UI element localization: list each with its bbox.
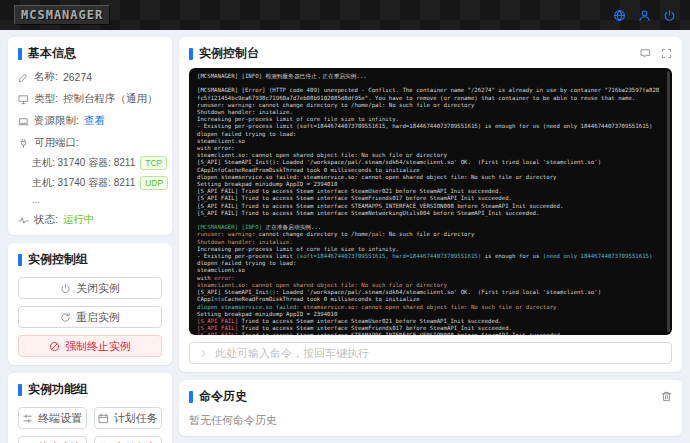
sliders-icon bbox=[22, 413, 33, 424]
control-group-title: 实例控制组 bbox=[18, 251, 162, 268]
port-row: 主机: 31740 容器: 8211UDP bbox=[32, 176, 162, 190]
console-header-icons bbox=[640, 48, 672, 59]
command-input[interactable] bbox=[215, 347, 663, 359]
trash-icon[interactable] bbox=[661, 391, 672, 402]
command-input-wrapper[interactable] bbox=[189, 342, 672, 364]
console-line: steamclient.so bbox=[197, 138, 662, 145]
app-logo: MCSMANAGER bbox=[14, 5, 110, 25]
button-label: 终端设置 bbox=[38, 411, 82, 426]
globe-icon[interactable] bbox=[613, 9, 626, 22]
laptop-icon bbox=[18, 116, 29, 127]
console-line: Shutdown handler: initalize. bbox=[197, 239, 662, 246]
console-line: [S_API FAIL] Tried to access Steam inter… bbox=[197, 203, 662, 210]
right-column: 实例控制台 [MCSMANAGER] [INFO] 检测到服务器已停止，正在重启… bbox=[179, 37, 682, 436]
function-button[interactable]: 状态查询 bbox=[18, 436, 87, 443]
basic-info-title: 基本信息 bbox=[18, 45, 162, 62]
function-group-card: 实例功能组 终端设置计划任务状态查询事件任务文件管理 bbox=[8, 373, 172, 443]
console-terminal[interactable]: [MCSMANAGER] [INFO] 检测到服务器已停止，正在重启实例... … bbox=[189, 68, 672, 335]
console-line: with error: bbox=[197, 275, 662, 282]
info-label: 可用端口: bbox=[34, 136, 79, 150]
function-button[interactable]: 事件任务 bbox=[94, 436, 163, 443]
protocol-badge: TCP bbox=[140, 156, 167, 170]
stop-icon bbox=[49, 341, 60, 352]
console-line: steamclient.so: cannot open shared objec… bbox=[197, 152, 662, 159]
console-line: Increasing per-process limit of core fil… bbox=[197, 246, 662, 253]
console-line: Increasing per-process limit of core fil… bbox=[197, 116, 662, 123]
control-group-card: 实例控制组 关闭实例重启实例强制终止实例 bbox=[8, 243, 172, 365]
console-line: dlopen steamservice.so failed: steamserv… bbox=[197, 304, 662, 311]
command-history-empty: 暂无任何命令历史 bbox=[189, 413, 672, 428]
left-column: 基本信息 名称:26274类型:控制台程序（通用）资源限制:查看可用端口:主机:… bbox=[8, 37, 172, 436]
function-buttons: 终端设置计划任务状态查询事件任务文件管理 bbox=[18, 407, 162, 443]
function-button[interactable]: 终端设置 bbox=[18, 407, 87, 429]
command-history-icons bbox=[661, 391, 672, 402]
button-label: 重启实例 bbox=[76, 310, 120, 325]
console-line: steamclient.so bbox=[197, 267, 662, 274]
console-line: [MCSMANAGER] [INFO] 正在准备启动实例... bbox=[197, 224, 662, 231]
console-line: with error: bbox=[197, 145, 662, 152]
command-history-card: 命令历史 暂无任何命令历史 bbox=[179, 380, 682, 436]
info-row: 名称:26274 bbox=[18, 70, 162, 84]
chevron-right-icon bbox=[198, 348, 209, 359]
console-line: [S_API] SteamAPI_Init(): Loaded '/worksp… bbox=[197, 159, 662, 166]
title-accent-bar bbox=[189, 391, 193, 403]
console-line: - Existing per-process limit (soft=18446… bbox=[197, 253, 662, 260]
button-label: 强制终止实例 bbox=[65, 339, 131, 354]
control-buttons: 关闭实例重启实例强制终止实例 bbox=[18, 277, 162, 357]
title-accent-bar bbox=[18, 254, 22, 266]
button-label: 事件任务 bbox=[114, 440, 158, 443]
console-line: [S_API FAIL] Tried to access Steam inter… bbox=[197, 325, 662, 332]
refresh-icon bbox=[60, 312, 71, 323]
info-label: 资源限制: bbox=[34, 114, 79, 128]
control-group-title-text: 实例控制组 bbox=[28, 251, 88, 268]
console-line: [S_API FAIL] Tried to access Steam inter… bbox=[197, 318, 662, 325]
console-line: dlopen steamservice.so failed: steamserv… bbox=[197, 174, 662, 181]
kill-instance-button[interactable]: 强制终止实例 bbox=[18, 335, 162, 357]
console-line bbox=[197, 217, 662, 224]
button-label: 关闭实例 bbox=[76, 281, 120, 296]
protocol-badge: UDP bbox=[140, 176, 168, 190]
header-nav bbox=[613, 9, 676, 22]
console-line: steamclient.so: cannot open shared objec… bbox=[197, 282, 662, 289]
activity-icon bbox=[18, 215, 29, 226]
console-line: [S_API] SteamAPI_Init(): Loaded '/worksp… bbox=[197, 289, 662, 296]
app-header: MCSMANAGER bbox=[0, 0, 690, 30]
console-line: Shutdown handler: initalize. bbox=[197, 109, 662, 116]
info-row: 状态:运行中 bbox=[18, 213, 162, 227]
info-row: 可用端口: bbox=[18, 136, 162, 150]
console-line: dlopen failed trying to load: bbox=[197, 131, 662, 138]
console-line: CAppInfoCacheReadFromDiskThread took 0 m… bbox=[197, 167, 662, 174]
console-line: [MCSMANAGER] [INFO] 检测到服务器已停止，正在重启实例... bbox=[197, 73, 662, 80]
console-line: Setting breakpad minidump AppID = 239401… bbox=[197, 181, 662, 188]
console-line: [S_API FAIL] Tried to access Steam inter… bbox=[197, 188, 662, 195]
basic-info-rows: 名称:26274类型:控制台程序（通用）资源限制:查看可用端口:主机: 3174… bbox=[18, 70, 162, 227]
monitor-icon bbox=[18, 94, 29, 105]
user-icon[interactable] bbox=[638, 9, 651, 22]
title-accent-bar bbox=[189, 48, 193, 60]
power-icon bbox=[60, 283, 71, 294]
info-value: 控制台程序（通用） bbox=[63, 92, 158, 106]
title-accent-bar bbox=[18, 384, 22, 396]
console-line: [S_API FAIL] Tried to access Steam inter… bbox=[197, 210, 662, 217]
comment-icon[interactable] bbox=[640, 48, 651, 59]
info-label: 名称: bbox=[34, 70, 58, 84]
pen-icon bbox=[18, 72, 29, 83]
expand-icon[interactable] bbox=[661, 48, 672, 59]
console-line: CAppInfoCacheReadFromDiskThread took 0 m… bbox=[197, 296, 662, 303]
stop-instance-button[interactable]: 关闭实例 bbox=[18, 277, 162, 299]
port-text: 主机: 31740 容器: 8211 bbox=[32, 176, 135, 190]
basic-info-title-text: 基本信息 bbox=[28, 45, 76, 62]
info-row: 资源限制:查看 bbox=[18, 114, 162, 128]
command-history-header: 命令历史 bbox=[189, 388, 672, 405]
port-text: 主机: 31740 容器: 8211 bbox=[32, 156, 135, 170]
restart-instance-button[interactable]: 重启实例 bbox=[18, 306, 162, 328]
function-button[interactable]: 计划任务 bbox=[94, 407, 163, 429]
console-line: [S_API FAIL] Tried to access Steam inter… bbox=[197, 195, 662, 202]
power-icon[interactable] bbox=[663, 9, 676, 22]
view-limits-link[interactable]: 查看 bbox=[84, 114, 105, 128]
console-line: [MCSMANAGER] [Error] (HTTP code 409) une… bbox=[197, 87, 662, 101]
terminal-scrollbar[interactable] bbox=[667, 71, 670, 332]
calendar-icon bbox=[98, 413, 109, 424]
console-card: 实例控制台 [MCSMANAGER] [INFO] 检测到服务器已停止，正在重启… bbox=[179, 37, 682, 372]
console-title-text: 实例控制台 bbox=[199, 45, 259, 62]
